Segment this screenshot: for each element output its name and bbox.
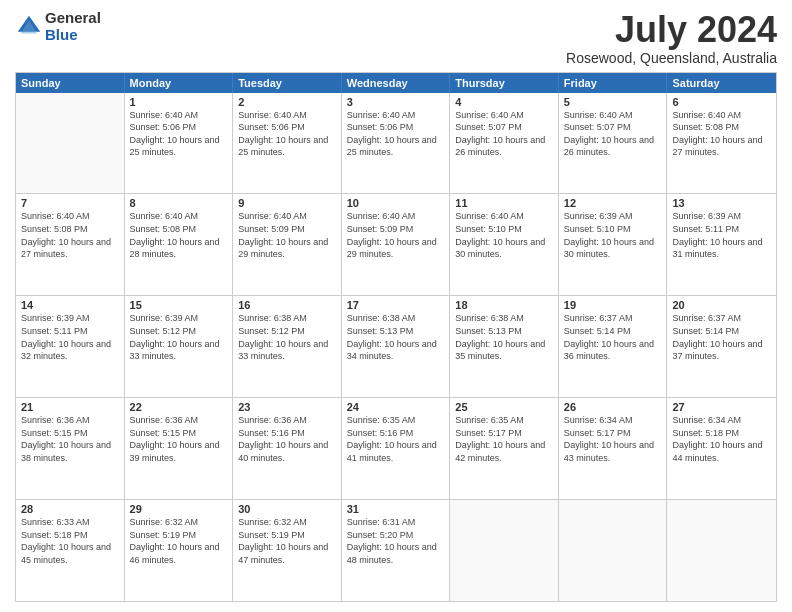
day-cell-12: 12Sunrise: 6:39 AM Sunset: 5:10 PM Dayli… <box>559 194 668 295</box>
day-cell-17: 17Sunrise: 6:38 AM Sunset: 5:13 PM Dayli… <box>342 296 451 397</box>
day-info: Sunrise: 6:32 AM Sunset: 5:19 PM Dayligh… <box>130 516 228 566</box>
location-title: Rosewood, Queensland, Australia <box>566 50 777 66</box>
day-cell-6: 6Sunrise: 6:40 AM Sunset: 5:08 PM Daylig… <box>667 93 776 194</box>
day-cell-1: 1Sunrise: 6:40 AM Sunset: 5:06 PM Daylig… <box>125 93 234 194</box>
day-cell-4: 4Sunrise: 6:40 AM Sunset: 5:07 PM Daylig… <box>450 93 559 194</box>
day-cell-14: 14Sunrise: 6:39 AM Sunset: 5:11 PM Dayli… <box>16 296 125 397</box>
day-number: 28 <box>21 503 119 515</box>
day-info: Sunrise: 6:31 AM Sunset: 5:20 PM Dayligh… <box>347 516 445 566</box>
day-number: 14 <box>21 299 119 311</box>
day-cell-9: 9Sunrise: 6:40 AM Sunset: 5:09 PM Daylig… <box>233 194 342 295</box>
day-cell-5: 5Sunrise: 6:40 AM Sunset: 5:07 PM Daylig… <box>559 93 668 194</box>
calendar-row-0: 1Sunrise: 6:40 AM Sunset: 5:06 PM Daylig… <box>16 93 776 194</box>
day-number: 4 <box>455 96 553 108</box>
header-day-friday: Friday <box>559 73 668 93</box>
logo-general-text: General <box>45 10 101 27</box>
day-number: 31 <box>347 503 445 515</box>
day-info: Sunrise: 6:40 AM Sunset: 5:09 PM Dayligh… <box>347 210 445 260</box>
day-info: Sunrise: 6:33 AM Sunset: 5:18 PM Dayligh… <box>21 516 119 566</box>
day-number: 7 <box>21 197 119 209</box>
day-info: Sunrise: 6:34 AM Sunset: 5:17 PM Dayligh… <box>564 414 662 464</box>
day-info: Sunrise: 6:39 AM Sunset: 5:12 PM Dayligh… <box>130 312 228 362</box>
day-number: 5 <box>564 96 662 108</box>
header: General Blue July 2024 Rosewood, Queensl… <box>15 10 777 66</box>
day-cell-26: 26Sunrise: 6:34 AM Sunset: 5:17 PM Dayli… <box>559 398 668 499</box>
day-info: Sunrise: 6:40 AM Sunset: 5:08 PM Dayligh… <box>21 210 119 260</box>
day-cell-27: 27Sunrise: 6:34 AM Sunset: 5:18 PM Dayli… <box>667 398 776 499</box>
day-info: Sunrise: 6:38 AM Sunset: 5:13 PM Dayligh… <box>455 312 553 362</box>
day-cell-23: 23Sunrise: 6:36 AM Sunset: 5:16 PM Dayli… <box>233 398 342 499</box>
day-cell-15: 15Sunrise: 6:39 AM Sunset: 5:12 PM Dayli… <box>125 296 234 397</box>
calendar-header: SundayMondayTuesdayWednesdayThursdayFrid… <box>16 73 776 93</box>
day-number: 10 <box>347 197 445 209</box>
day-number: 29 <box>130 503 228 515</box>
header-day-wednesday: Wednesday <box>342 73 451 93</box>
day-cell-21: 21Sunrise: 6:36 AM Sunset: 5:15 PM Dayli… <box>16 398 125 499</box>
header-day-thursday: Thursday <box>450 73 559 93</box>
header-day-sunday: Sunday <box>16 73 125 93</box>
day-cell-8: 8Sunrise: 6:40 AM Sunset: 5:08 PM Daylig… <box>125 194 234 295</box>
day-cell-22: 22Sunrise: 6:36 AM Sunset: 5:15 PM Dayli… <box>125 398 234 499</box>
day-info: Sunrise: 6:37 AM Sunset: 5:14 PM Dayligh… <box>564 312 662 362</box>
day-cell-2: 2Sunrise: 6:40 AM Sunset: 5:06 PM Daylig… <box>233 93 342 194</box>
day-number: 16 <box>238 299 336 311</box>
calendar-row-2: 14Sunrise: 6:39 AM Sunset: 5:11 PM Dayli… <box>16 295 776 397</box>
header-day-tuesday: Tuesday <box>233 73 342 93</box>
calendar-row-4: 28Sunrise: 6:33 AM Sunset: 5:18 PM Dayli… <box>16 499 776 601</box>
logo-blue-text: Blue <box>45 27 101 44</box>
calendar-body: 1Sunrise: 6:40 AM Sunset: 5:06 PM Daylig… <box>16 93 776 601</box>
day-info: Sunrise: 6:36 AM Sunset: 5:15 PM Dayligh… <box>21 414 119 464</box>
day-number: 17 <box>347 299 445 311</box>
header-day-monday: Monday <box>125 73 234 93</box>
empty-cell <box>450 500 559 601</box>
logo-icon <box>15 13 43 41</box>
day-cell-16: 16Sunrise: 6:38 AM Sunset: 5:12 PM Dayli… <box>233 296 342 397</box>
day-cell-24: 24Sunrise: 6:35 AM Sunset: 5:16 PM Dayli… <box>342 398 451 499</box>
logo: General Blue <box>15 10 101 43</box>
day-number: 24 <box>347 401 445 413</box>
day-info: Sunrise: 6:32 AM Sunset: 5:19 PM Dayligh… <box>238 516 336 566</box>
day-info: Sunrise: 6:34 AM Sunset: 5:18 PM Dayligh… <box>672 414 771 464</box>
day-info: Sunrise: 6:40 AM Sunset: 5:08 PM Dayligh… <box>130 210 228 260</box>
day-number: 15 <box>130 299 228 311</box>
day-number: 2 <box>238 96 336 108</box>
day-cell-10: 10Sunrise: 6:40 AM Sunset: 5:09 PM Dayli… <box>342 194 451 295</box>
logo-text: General Blue <box>45 10 101 43</box>
day-info: Sunrise: 6:38 AM Sunset: 5:13 PM Dayligh… <box>347 312 445 362</box>
day-number: 23 <box>238 401 336 413</box>
empty-cell <box>16 93 125 194</box>
day-number: 25 <box>455 401 553 413</box>
day-cell-7: 7Sunrise: 6:40 AM Sunset: 5:08 PM Daylig… <box>16 194 125 295</box>
day-info: Sunrise: 6:35 AM Sunset: 5:16 PM Dayligh… <box>347 414 445 464</box>
day-number: 26 <box>564 401 662 413</box>
day-info: Sunrise: 6:40 AM Sunset: 5:08 PM Dayligh… <box>672 109 771 159</box>
day-cell-28: 28Sunrise: 6:33 AM Sunset: 5:18 PM Dayli… <box>16 500 125 601</box>
day-number: 18 <box>455 299 553 311</box>
day-number: 27 <box>672 401 771 413</box>
day-info: Sunrise: 6:39 AM Sunset: 5:11 PM Dayligh… <box>672 210 771 260</box>
day-cell-30: 30Sunrise: 6:32 AM Sunset: 5:19 PM Dayli… <box>233 500 342 601</box>
day-info: Sunrise: 6:40 AM Sunset: 5:06 PM Dayligh… <box>238 109 336 159</box>
empty-cell <box>559 500 668 601</box>
day-number: 3 <box>347 96 445 108</box>
day-info: Sunrise: 6:37 AM Sunset: 5:14 PM Dayligh… <box>672 312 771 362</box>
day-info: Sunrise: 6:39 AM Sunset: 5:10 PM Dayligh… <box>564 210 662 260</box>
day-info: Sunrise: 6:36 AM Sunset: 5:15 PM Dayligh… <box>130 414 228 464</box>
day-cell-29: 29Sunrise: 6:32 AM Sunset: 5:19 PM Dayli… <box>125 500 234 601</box>
calendar-row-3: 21Sunrise: 6:36 AM Sunset: 5:15 PM Dayli… <box>16 397 776 499</box>
day-number: 19 <box>564 299 662 311</box>
day-number: 22 <box>130 401 228 413</box>
day-number: 1 <box>130 96 228 108</box>
day-number: 12 <box>564 197 662 209</box>
day-number: 13 <box>672 197 771 209</box>
month-title: July 2024 <box>566 10 777 50</box>
day-info: Sunrise: 6:40 AM Sunset: 5:06 PM Dayligh… <box>347 109 445 159</box>
header-day-saturday: Saturday <box>667 73 776 93</box>
day-cell-18: 18Sunrise: 6:38 AM Sunset: 5:13 PM Dayli… <box>450 296 559 397</box>
day-info: Sunrise: 6:40 AM Sunset: 5:10 PM Dayligh… <box>455 210 553 260</box>
day-cell-25: 25Sunrise: 6:35 AM Sunset: 5:17 PM Dayli… <box>450 398 559 499</box>
day-cell-13: 13Sunrise: 6:39 AM Sunset: 5:11 PM Dayli… <box>667 194 776 295</box>
calendar-row-1: 7Sunrise: 6:40 AM Sunset: 5:08 PM Daylig… <box>16 193 776 295</box>
empty-cell <box>667 500 776 601</box>
day-number: 20 <box>672 299 771 311</box>
